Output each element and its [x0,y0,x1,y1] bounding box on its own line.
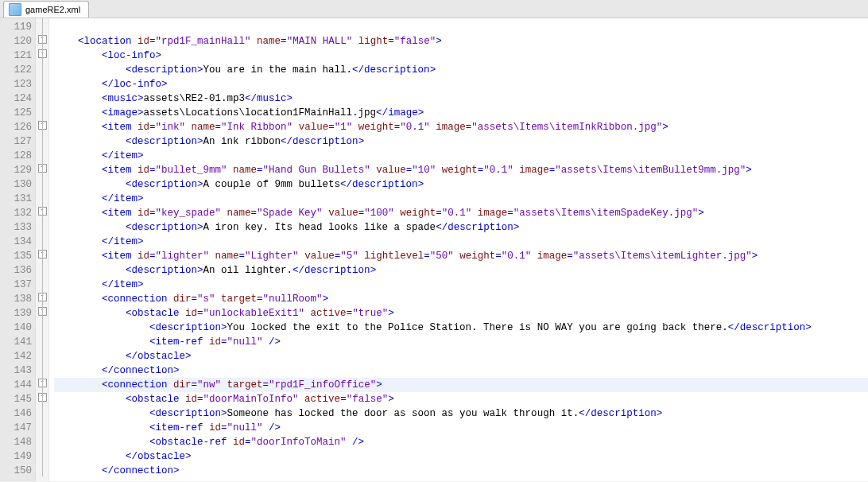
code-line[interactable]: </obstacle> [54,349,868,363]
token-st: "MAIN HALL" [287,36,353,47]
token-br: > [138,279,144,290]
token-br: </ [245,93,257,104]
token-tg: item [108,122,132,133]
code-area[interactable]: <location id="rpd1F_mainHall" name="MAIN… [49,18,868,481]
code-line[interactable]: </item> [54,149,868,163]
code-line[interactable]: </item> [54,235,868,249]
code-line[interactable]: <loc-info> [54,49,868,63]
code-line[interactable]: <connection dir="nw" target="rpd1F_infoO… [54,378,868,392]
line-number: 139 [5,306,32,321]
token-br: = [149,208,156,219]
code-line[interactable]: <music>assets\RE2-01.mp3</music> [54,91,868,106]
code-line[interactable]: <item id="lighter" name="Lighter" value=… [54,249,868,263]
token-br: = [215,122,222,133]
token-br: /> [347,437,365,448]
fold-cell[interactable]: - [36,161,48,176]
fold-cell [36,319,48,333]
code-line[interactable]: <item id="ink" name="Ink Ribbon" value="… [54,120,868,134]
token-at: dir [168,379,192,391]
fold-cell [36,219,48,233]
token-at: id [203,336,222,348]
line-number: 132 [5,206,32,220]
code-line[interactable]: <obstacle-ref id="doorInfoToMain" /> [54,435,868,449]
code-line[interactable] [54,20,868,34]
fold-cell [36,76,48,90]
token-tx: assets\Locations\location1FMainHall.jpg [144,107,377,119]
token-br: = [221,422,227,433]
token-br: = [149,122,156,133]
fold-cell[interactable]: - [36,305,48,319]
token-st: "1" [335,122,353,133]
token-st: "Hand Gun Bullets" [263,165,370,176]
token-br: < [54,308,132,319]
code-line[interactable]: </connection> [54,363,868,378]
fold-cell[interactable]: - [36,391,48,405]
token-br: = [495,251,502,262]
code-line[interactable]: <description>A couple of 9mm bullets</de… [54,177,868,192]
token-at: id [132,122,150,133]
code-line[interactable]: <obstacle id="doorMainToInfo" active="fa… [54,392,868,406]
token-at: id [227,437,246,448]
token-br: </ [352,64,364,76]
token-at: weight [352,122,394,133]
fold-cell[interactable]: - [36,247,48,262]
code-line[interactable]: </item> [54,192,868,206]
code-line[interactable]: <item-ref id="null" /> [54,335,868,349]
fold-cell[interactable]: - [36,204,48,219]
editor-tab-bar: gameRE2.xml [0,0,868,18]
line-number: 150 [5,464,32,478]
token-br: = [149,251,156,262]
token-st: "doorMainToInfo" [203,394,299,405]
code-editor[interactable]: 1191201211221231241251261271281291301311… [0,18,868,481]
code-line[interactable]: <item id="bullet_9mm" name="Hand Gun Bul… [54,163,868,177]
token-at: value [299,251,335,262]
code-line[interactable]: <description>An oil lighter.</descriptio… [54,263,868,278]
token-at: weight [454,251,496,262]
token-st: "ink" [156,122,186,133]
fold-cell[interactable]: - [36,33,48,47]
code-line[interactable]: <description>An ink ribbon</description> [54,134,868,149]
code-line[interactable]: <description>You locked the exit to the … [54,321,868,335]
line-number: 126 [5,120,32,134]
code-line[interactable]: </item> [54,278,868,292]
fold-cell [36,190,48,204]
code-line[interactable]: <item-ref id="null" /> [54,421,868,435]
token-at: lightlevel [358,251,424,262]
line-number: 146 [5,406,32,421]
token-br: < [54,322,156,333]
code-line[interactable]: <description>You are in the main hall.</… [54,63,868,77]
code-line[interactable]: <location id="rpd1F_mainHall" name="MAIN… [54,34,868,49]
fold-cell [36,348,48,362]
line-number: 123 [5,77,32,91]
fold-cell[interactable]: - [36,47,48,61]
fold-cell [36,18,48,33]
token-tx: An oil lighter. [203,265,293,276]
token-st: "null" [227,336,263,348]
token-br: = [192,379,198,391]
code-line[interactable]: <image>assets\Locations\location1FMainHa… [54,106,868,120]
token-br: </ [54,279,114,290]
code-line[interactable]: </obstacle> [54,449,868,464]
token-at: value [293,122,328,133]
fold-cell[interactable]: - [36,376,48,391]
token-st: "bullet_9mm" [156,165,227,176]
code-line[interactable]: <description>Someone has locked the door… [54,406,868,421]
fold-cell[interactable]: - [36,119,48,133]
code-line[interactable]: <item id="key_spade" name="Spade Key" va… [54,206,868,220]
fold-cell[interactable]: - [36,290,48,305]
code-line[interactable]: </loc-info> [54,77,868,91]
token-st: "assets\Items\itemInkRibbon.jpg" [471,122,662,133]
code-line[interactable]: </connection> [54,464,868,478]
file-tab[interactable]: gameRE2.xml [3,1,89,17]
token-br: < [54,265,132,276]
code-line[interactable]: <connection dir="s" target="nullRoom"> [54,292,868,306]
token-tg: connection [108,293,168,305]
token-br: </ [54,79,114,90]
token-br: = [251,208,258,219]
code-line[interactable]: <description>A iron key. Its head looks … [54,220,868,235]
fold-cell [36,362,48,376]
line-number: 143 [5,363,32,378]
code-line[interactable]: <obstacle id="unlockableExit1" active="t… [54,306,868,321]
fold-column: ---------- [36,18,49,481]
token-br: > [358,136,365,147]
